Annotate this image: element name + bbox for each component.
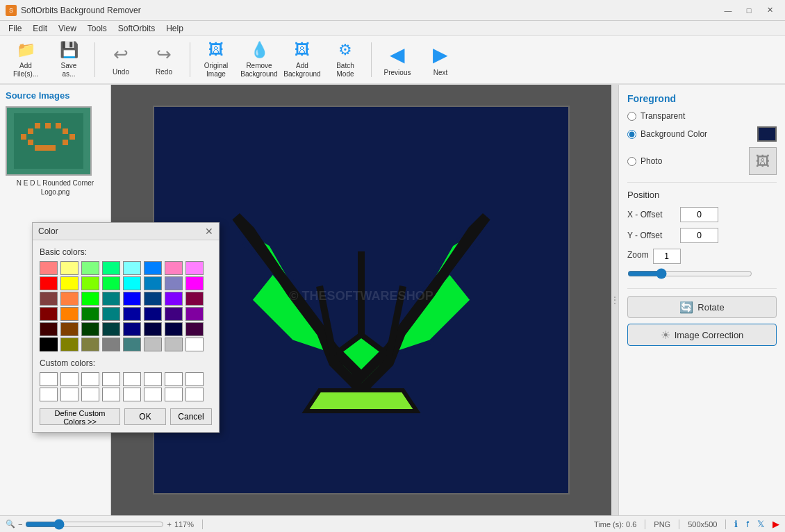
statusbar-zoom-slider[interactable] (25, 519, 164, 530)
custom-color-cell[interactable] (102, 388, 120, 401)
basic-color-cell[interactable] (40, 307, 58, 321)
basic-color-cell[interactable] (185, 307, 204, 321)
maximize-button[interactable]: □ (739, 3, 759, 17)
source-thumbnail[interactable] (6, 106, 92, 176)
basic-color-cell[interactable] (165, 307, 183, 321)
save-as-button[interactable]: 💾 Saveas... (49, 39, 89, 81)
basic-color-cell[interactable] (185, 322, 204, 336)
custom-color-cell[interactable] (40, 372, 58, 386)
basic-color-cell[interactable] (123, 307, 141, 321)
basic-color-cell[interactable] (123, 338, 141, 351)
photo-radio[interactable] (627, 157, 636, 166)
menu-item-help[interactable]: Help (160, 22, 189, 35)
basic-color-cell[interactable] (102, 322, 120, 336)
define-custom-colors-button[interactable]: Define Custom Colors >> (40, 408, 120, 425)
basic-color-cell[interactable] (40, 322, 58, 336)
basic-color-cell[interactable] (81, 322, 99, 336)
next-button[interactable]: ▶ Next (420, 39, 461, 81)
basic-color-cell[interactable] (165, 276, 183, 290)
previous-button[interactable]: ◀ Previous (377, 39, 418, 81)
basic-color-cell[interactable] (102, 276, 120, 290)
original-image-button[interactable]: 🖼 OriginalImage (196, 39, 236, 81)
add-files-button[interactable]: 📁 AddFile(s)... (6, 39, 46, 81)
basic-color-cell[interactable] (40, 261, 58, 275)
basic-color-cell[interactable] (144, 322, 162, 336)
zoom-plus[interactable]: + (167, 520, 171, 529)
cancel-button[interactable]: Cancel (170, 408, 212, 425)
zoom-slider[interactable] (627, 268, 752, 279)
basic-color-cell[interactable] (102, 307, 120, 321)
basic-color-cell[interactable] (144, 292, 162, 306)
custom-color-cell[interactable] (144, 388, 162, 401)
basic-color-cell[interactable] (123, 261, 141, 275)
menu-item-file[interactable]: File (3, 22, 27, 35)
bg-color-swatch[interactable] (757, 126, 777, 142)
ok-button[interactable]: OK (124, 408, 166, 425)
basic-color-cell[interactable] (60, 261, 78, 275)
basic-color-cell[interactable] (165, 261, 183, 275)
basic-color-cell[interactable] (185, 276, 204, 290)
basic-color-cell[interactable] (165, 338, 183, 351)
custom-color-cell[interactable] (60, 388, 78, 401)
basic-color-cell[interactable] (60, 307, 78, 321)
menu-item-softorbits[interactable]: SoftOrbits (113, 22, 160, 35)
dialog-close-button[interactable]: ✕ (205, 226, 213, 237)
add-background-button[interactable]: 🖼 AddBackground (282, 39, 322, 81)
x-offset-input[interactable]: 0 (680, 207, 718, 222)
youtube-icon[interactable]: ▶ (772, 519, 779, 529)
basic-color-cell[interactable] (144, 276, 162, 290)
basic-color-cell[interactable] (165, 292, 183, 306)
transparent-radio[interactable] (627, 112, 636, 121)
minimize-button[interactable]: — (718, 3, 738, 17)
photo-preview[interactable]: 🖼 (749, 147, 777, 175)
basic-color-cell[interactable] (60, 276, 78, 290)
basic-color-cell[interactable] (185, 292, 204, 306)
facebook-icon[interactable]: f (746, 519, 749, 529)
custom-color-cell[interactable] (165, 388, 183, 401)
basic-color-cell[interactable] (185, 338, 204, 351)
redo-button[interactable]: ↪ Redo (144, 39, 184, 81)
info-icon[interactable]: ℹ (734, 519, 738, 529)
custom-color-cell[interactable] (40, 388, 58, 401)
custom-color-cell[interactable] (81, 372, 99, 386)
basic-color-cell[interactable] (144, 261, 162, 275)
undo-button[interactable]: ↩ Undo (101, 39, 141, 81)
close-button[interactable]: ✕ (760, 3, 779, 17)
custom-color-cell[interactable] (185, 388, 204, 401)
custom-color-cell[interactable] (102, 372, 120, 386)
basic-color-cell[interactable] (40, 276, 58, 290)
basic-color-cell[interactable] (123, 322, 141, 336)
basic-color-cell[interactable] (40, 338, 58, 351)
basic-color-cell[interactable] (123, 276, 141, 290)
batch-mode-button[interactable]: ⚙ BatchMode (325, 39, 365, 81)
twitter-icon[interactable]: 𝕏 (757, 519, 764, 529)
rotate-button[interactable]: 🔄 Rotate (627, 296, 777, 318)
basic-color-cell[interactable] (165, 322, 183, 336)
image-correction-button[interactable]: ☀ Image Correction (627, 324, 777, 346)
y-offset-input[interactable]: 0 (680, 228, 718, 243)
basic-color-cell[interactable] (60, 338, 78, 351)
custom-color-cell[interactable] (60, 372, 78, 386)
remove-background-button[interactable]: 💧 RemoveBackground (239, 39, 279, 81)
basic-color-cell[interactable] (60, 322, 78, 336)
custom-color-cell[interactable] (123, 388, 141, 401)
menu-item-tools[interactable]: Tools (82, 22, 113, 35)
custom-color-cell[interactable] (185, 372, 204, 386)
basic-color-cell[interactable] (60, 292, 78, 306)
basic-color-cell[interactable] (81, 261, 99, 275)
zoom-value-input[interactable]: 1 (653, 249, 681, 264)
basic-color-cell[interactable] (144, 338, 162, 351)
menu-item-view[interactable]: View (53, 22, 82, 35)
custom-color-cell[interactable] (165, 372, 183, 386)
basic-color-cell[interactable] (81, 307, 99, 321)
custom-color-cell[interactable] (144, 372, 162, 386)
basic-color-cell[interactable] (185, 261, 204, 275)
basic-color-cell[interactable] (102, 338, 120, 351)
resize-handle[interactable]: ⋮ (611, 85, 618, 515)
basic-color-cell[interactable] (81, 292, 99, 306)
basic-color-cell[interactable] (81, 276, 99, 290)
basic-color-cell[interactable] (102, 261, 120, 275)
basic-color-cell[interactable] (40, 292, 58, 306)
bg-color-radio[interactable] (627, 130, 636, 139)
custom-color-cell[interactable] (123, 372, 141, 386)
